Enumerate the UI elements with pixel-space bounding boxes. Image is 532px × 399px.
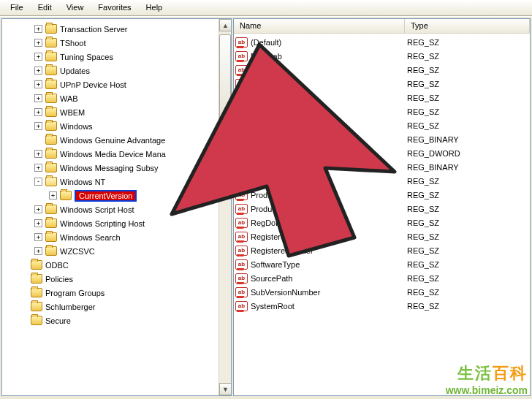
expand-toggle[interactable]: + xyxy=(34,219,42,227)
tree-node[interactable]: +UPnP Device Host xyxy=(4,77,218,91)
expand-toggle[interactable]: + xyxy=(34,150,42,158)
value-type: REG_SZ xyxy=(407,260,439,269)
tree-node[interactable]: Windows Genuine Advantage xyxy=(4,133,218,147)
tree-node[interactable]: +CurrentVersion xyxy=(4,189,218,202)
list-item[interactable]: abSoftwareTypeREG_SZ xyxy=(234,257,530,271)
collapse-toggle[interactable]: - xyxy=(34,178,42,186)
expand-toggle[interactable]: + xyxy=(34,80,42,88)
folder-icon xyxy=(45,24,57,34)
list-item[interactable]: abSubVersionNumberREG_SZ xyxy=(234,285,530,299)
menu-help[interactable]: Help xyxy=(139,1,170,14)
tree-node[interactable]: Secure xyxy=(4,314,218,327)
expand-toggle[interactable]: + xyxy=(34,25,42,33)
list-item[interactable]: abREG_BINARY xyxy=(234,132,530,146)
tree-node[interactable]: +Windows xyxy=(4,119,218,133)
scroll-up-button[interactable]: ▲ xyxy=(219,19,232,31)
value-type: REG_SZ xyxy=(407,302,439,311)
list-item[interactable]: abCREG_SZ xyxy=(234,77,530,91)
tree-node[interactable]: +Windows Messaging Subsy xyxy=(4,161,218,175)
string-value-icon: ab xyxy=(235,148,248,159)
folder-icon xyxy=(45,94,57,103)
expand-toggle[interactable]: + xyxy=(34,205,42,213)
tree-node[interactable]: +Tuning Spaces xyxy=(4,50,218,64)
scroll-thumb[interactable] xyxy=(219,34,231,122)
scroll-down-button[interactable]: ▼ xyxy=(219,383,232,395)
list-item[interactable]: abREG_DWORD xyxy=(234,146,530,160)
tree-node[interactable]: +WAB xyxy=(4,91,218,105)
tree-node[interactable]: Schlumberger xyxy=(4,300,218,314)
tree-node[interactable]: Policies xyxy=(4,272,218,286)
tree-node[interactable]: +Windows Search xyxy=(4,230,218,244)
tree-node[interactable]: +Updates xyxy=(4,64,218,77)
tree-node[interactable]: +WZCSVC xyxy=(4,244,218,258)
tree-node-label: WZCSVC xyxy=(60,247,95,256)
value-name: SoftwareType xyxy=(251,260,407,269)
list-item[interactable]: abProductNameREG_SZ xyxy=(234,202,530,216)
menu-view[interactable]: View xyxy=(59,1,91,14)
tree-node[interactable]: +WBEM xyxy=(4,105,218,119)
list-item[interactable]: abSourcePathREG_SZ xyxy=(234,271,530,285)
value-name: SubVersionNumber xyxy=(251,288,407,297)
tree-node-label: UPnP Device Host xyxy=(60,80,126,89)
list-item[interactable]: abProductIdREG_SZ xyxy=(234,188,530,202)
tree-scrollbar[interactable]: ▲ ▼ xyxy=(218,19,231,395)
list-item[interactable]: abPathNameREG_SZ xyxy=(234,174,530,188)
list-item[interactable]: abRegDoneREG_SZ xyxy=(234,216,530,229)
folder-icon xyxy=(45,38,57,48)
list-item[interactable]: abREG_SZ xyxy=(234,104,530,118)
list-item[interactable]: abRegisteredOwnerREG_SZ xyxy=(234,243,530,257)
list-item[interactable]: ab(Default)REG_SZ xyxy=(234,35,530,49)
menu-file[interactable]: File xyxy=(3,1,31,14)
list-item[interactable]: abREG_SZ xyxy=(234,118,530,132)
column-header-type[interactable]: Type xyxy=(405,19,530,33)
expand-toggle[interactable]: + xyxy=(34,94,42,102)
value-type: REG_SZ xyxy=(407,191,439,200)
expand-toggle[interactable]: + xyxy=(34,53,42,61)
value-type: REG_SZ xyxy=(407,121,439,130)
expand-toggle[interactable]: + xyxy=(34,122,42,130)
folder-icon xyxy=(45,205,57,214)
value-type: REG_SZ xyxy=(407,52,439,61)
list-item[interactable]: abNuREG_SZ xyxy=(234,91,530,104)
folder-icon xyxy=(31,274,42,284)
folder-icon xyxy=(31,316,42,325)
tree-node-label: Transaction Server xyxy=(60,25,128,34)
tree-node[interactable]: ODBC xyxy=(4,258,218,272)
expand-toggle[interactable]: + xyxy=(34,164,42,172)
expand-toggle[interactable]: + xyxy=(34,233,42,241)
tree-node[interactable]: +Transaction Server xyxy=(4,22,218,36)
value-name: PathName xyxy=(251,177,407,186)
list-item[interactable]: abSystemRootREG_SZ xyxy=(234,299,530,313)
tree-pane[interactable]: +Transaction Server+TShoot+Tuning Spaces… xyxy=(1,18,232,396)
expand-toggle[interactable]: + xyxy=(34,247,42,255)
folder-icon xyxy=(45,121,57,131)
expand-toggle[interactable]: + xyxy=(49,191,57,200)
menu-edit[interactable]: Edit xyxy=(31,1,59,14)
list-item[interactable]: abRegisteredOrganizationREG_SZ xyxy=(234,229,530,243)
tree-node-label: Windows Media Device Mana xyxy=(60,150,166,159)
expand-toggle[interactable]: + xyxy=(34,108,42,116)
tree-node[interactable]: -Windows NT xyxy=(4,175,218,189)
menu-favorites[interactable]: Favorites xyxy=(91,1,138,14)
tree-node[interactable]: +Windows Script Host xyxy=(4,202,218,216)
list-item[interactable]: abREG_BINARY xyxy=(234,160,530,174)
tree-node[interactable]: Program Groups xyxy=(4,286,218,300)
string-value-icon: ab xyxy=(235,273,248,284)
string-value-icon: ab xyxy=(235,107,248,117)
tree-node[interactable]: +Windows Media Device Mana xyxy=(4,147,218,161)
value-type: REG_BINARY xyxy=(407,163,459,172)
values-pane[interactable]: Name Type ab(Default)REG_SZabBuildLabREG… xyxy=(233,18,531,396)
list-item[interactable]: abCSDREG_SZ xyxy=(234,63,530,77)
value-name: CSD xyxy=(251,66,407,75)
value-name: C xyxy=(251,80,407,88)
value-name: (Default) xyxy=(251,38,407,47)
tree-node[interactable]: +Windows Scripting Host xyxy=(4,216,218,230)
column-header-name[interactable]: Name xyxy=(234,19,405,33)
value-name: RegDone xyxy=(251,218,407,227)
menubar: File Edit View Favorites Help xyxy=(0,0,532,16)
string-value-icon: ab xyxy=(235,134,248,145)
tree-node[interactable]: +TShoot xyxy=(4,36,218,50)
list-item[interactable]: abBuildLabREG_SZ xyxy=(234,49,530,63)
expand-toggle[interactable]: + xyxy=(34,39,42,47)
expand-toggle[interactable]: + xyxy=(34,66,42,75)
